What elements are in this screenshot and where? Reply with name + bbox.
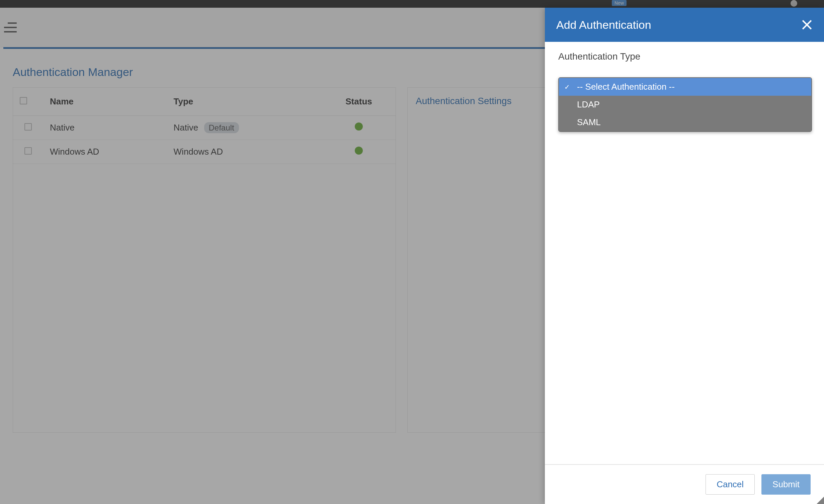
select-all-checkbox[interactable] <box>20 97 27 104</box>
side-panel-footer: Cancel Submit <box>545 464 824 504</box>
dropdown-option-placeholder[interactable]: ✓ -- Select Authentication -- <box>559 78 811 96</box>
check-icon: ✓ <box>564 83 570 91</box>
row-type: Native Default <box>167 116 322 140</box>
default-tag: Default <box>204 122 239 133</box>
row-checkbox[interactable] <box>24 147 32 155</box>
auth-type-label: Authentication Type <box>558 51 811 62</box>
table-header-row: Name Type Status <box>13 88 396 116</box>
new-badge: New <box>612 0 627 6</box>
row-name: Windows AD <box>43 140 167 164</box>
cancel-button[interactable]: Cancel <box>706 474 755 495</box>
submit-button[interactable]: Submit <box>761 474 811 495</box>
side-panel-header: Add Authentication <box>545 8 824 42</box>
row-name: Native <box>43 116 167 140</box>
auth-table-container: Name Type Status Native Native Default <box>13 87 396 433</box>
avatar-icon <box>791 0 797 7</box>
row-type: Windows AD <box>167 140 322 164</box>
dropdown-option-ldap[interactable]: LDAP <box>559 96 811 113</box>
browser-chrome: New <box>0 0 824 8</box>
auth-type-dropdown[interactable]: ✓ -- Select Authentication -- LDAP SAML <box>558 77 812 132</box>
close-icon[interactable] <box>801 19 813 30</box>
menu-icon[interactable] <box>4 22 17 32</box>
col-name: Name <box>43 88 167 116</box>
add-auth-side-panel: Add Authentication Authentication Type ✓… <box>545 8 824 504</box>
dropdown-option-saml[interactable]: SAML <box>559 113 811 131</box>
col-type: Type <box>167 88 322 116</box>
resize-handle-icon[interactable] <box>817 497 824 504</box>
table-row[interactable]: Native Native Default <box>13 116 396 140</box>
side-panel-title: Add Authentication <box>556 18 651 31</box>
col-status: Status <box>322 88 396 116</box>
auth-table: Name Type Status Native Native Default <box>13 88 396 164</box>
table-row[interactable]: Windows AD Windows AD <box>13 140 396 164</box>
side-panel-body: Authentication Type ✓ -- Select Authenti… <box>545 42 824 464</box>
row-checkbox[interactable] <box>24 123 32 131</box>
status-indicator-icon <box>355 147 363 155</box>
status-indicator-icon <box>355 122 363 131</box>
